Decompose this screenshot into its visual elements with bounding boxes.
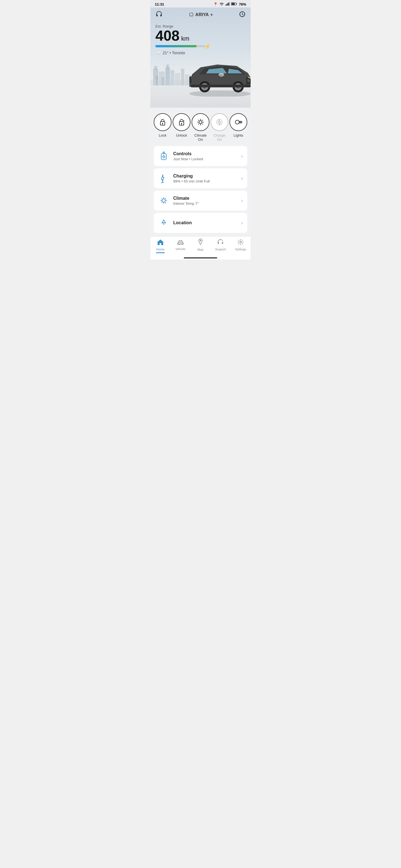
svg-point-32 — [162, 123, 163, 124]
lock-control[interactable]: Lock — [154, 113, 172, 137]
charge-control[interactable]: ChargeOn — [210, 113, 228, 142]
nav-home[interactable]: Home — [150, 239, 170, 251]
vehicle-nav-icon — [177, 239, 184, 247]
svg-rect-0 — [226, 4, 226, 6]
status-time: 11:31 — [155, 2, 164, 6]
svg-point-45 — [181, 244, 183, 245]
controls-card-text: Controls Just Now • Locked — [173, 151, 237, 161]
battery-status-icon — [231, 2, 237, 6]
svg-point-41 — [163, 156, 165, 157]
nav-home-label: Home — [156, 248, 164, 251]
charging-card-chevron: › — [241, 176, 243, 181]
lights-control[interactable]: Lights — [229, 113, 247, 137]
nav-support-label: Support — [215, 248, 226, 251]
location-status-icon: 📍 — [213, 2, 218, 6]
range-info: Est. Range 408 km ⚡ ☁️ 21° • Toronto — [155, 24, 205, 55]
bottom-nav: Home Vehicle Map Support Settings — [150, 236, 251, 256]
svg-point-44 — [178, 244, 179, 245]
svg-point-42 — [162, 199, 165, 202]
charge-circle — [210, 113, 228, 131]
svg-point-46 — [200, 240, 201, 242]
signal-status-icon — [226, 2, 229, 6]
support-nav-icon — [217, 239, 224, 247]
lightning-icon: ⚡ — [204, 43, 210, 50]
lights-circle — [229, 113, 247, 131]
svg-rect-2 — [228, 3, 229, 6]
lights-label: Lights — [234, 133, 244, 137]
location-card[interactable]: Location › — [154, 213, 247, 233]
svg-rect-10 — [154, 66, 157, 70]
weather-text: 21° • Toronto — [163, 51, 185, 55]
car-image: ARIYA — [184, 58, 251, 102]
controls-card-subtitle: Just Now • Locked — [173, 157, 237, 161]
location-card-icon — [158, 217, 169, 228]
controls-card-title: Controls — [173, 151, 237, 156]
lock-circle — [154, 113, 172, 131]
settings-nav-icon — [237, 239, 244, 247]
svg-rect-7 — [190, 13, 193, 16]
svg-point-39 — [235, 120, 239, 124]
vehicle-name: ARIYA — [195, 12, 208, 17]
range-unit: km — [181, 35, 189, 42]
svg-point-37 — [199, 121, 202, 124]
info-cards-section: Controls Just Now • Locked › Charging 99… — [150, 146, 251, 236]
location-card-text: Location — [173, 220, 237, 225]
weather-info: ☁️ 21° • Toronto — [155, 50, 205, 55]
range-bar: ⚡ — [155, 45, 205, 47]
charging-card-title: Charging — [173, 174, 237, 179]
nav-map[interactable]: Map — [191, 239, 210, 251]
svg-rect-5 — [236, 3, 237, 5]
climate-label: ClimateOn — [194, 133, 207, 142]
climate-card-text: Climate Interior Temp 7° — [173, 196, 237, 206]
nav-settings[interactable]: Settings — [231, 239, 251, 251]
range-value: 408 — [155, 28, 180, 43]
battery-percent: 76% — [239, 2, 246, 6]
climate-card-chevron: › — [241, 198, 243, 204]
controls-card-chevron: › — [241, 153, 243, 159]
climate-card-icon — [158, 195, 169, 206]
hero-section: ARIYA ▾ Est. Range 408 km ⚡ ☁️ 21° • Tor… — [150, 7, 251, 108]
charging-card-text: Charging 99% • 55 min Until Full — [173, 174, 237, 183]
climate-card[interactable]: Climate Interior Temp 7° › — [154, 191, 247, 211]
headset-icon[interactable] — [155, 11, 163, 19]
nav-map-label: Map — [197, 248, 203, 251]
nav-settings-label: Settings — [235, 248, 246, 251]
unlock-control[interactable]: Unlock — [173, 113, 191, 137]
charging-card-icon — [158, 173, 169, 184]
charging-card[interactable]: Charging 99% • 55 min Until Full › — [154, 168, 247, 188]
home-icon — [157, 239, 164, 247]
svg-rect-6 — [231, 3, 235, 5]
svg-text:ARIYA: ARIYA — [219, 74, 223, 76]
home-bar — [184, 257, 217, 258]
svg-rect-1 — [227, 4, 228, 6]
history-icon[interactable] — [239, 11, 246, 19]
nav-support[interactable]: Support — [210, 239, 231, 251]
controls-card-icon — [158, 151, 169, 162]
quick-controls: Lock Unlock ClimateOn ChargeOn — [153, 113, 248, 142]
location-card-title: Location — [173, 220, 237, 225]
location-card-chevron: › — [241, 220, 243, 226]
svg-rect-3 — [229, 2, 229, 6]
climate-circle — [192, 113, 209, 131]
nav-vehicle[interactable]: Vehicle — [170, 239, 191, 251]
cloud-icon: ☁️ — [155, 50, 161, 55]
wifi-status-icon — [220, 2, 224, 6]
vehicle-selector[interactable]: ARIYA ▾ — [189, 12, 212, 17]
climate-control[interactable]: ClimateOn — [192, 113, 209, 142]
quick-controls-section: Lock Unlock ClimateOn ChargeOn — [150, 108, 251, 146]
svg-point-47 — [240, 241, 241, 243]
range-bar-fill — [155, 45, 197, 47]
home-indicator — [150, 256, 251, 259]
hero-header: ARIYA ▾ — [150, 7, 251, 22]
dropdown-chevron-icon: ▾ — [210, 12, 212, 17]
climate-card-title: Climate — [173, 196, 237, 201]
nav-vehicle-label: Vehicle — [175, 247, 185, 251]
charging-card-subtitle: 99% • 55 min Until Full — [173, 179, 237, 183]
svg-rect-13 — [167, 65, 169, 68]
controls-card[interactable]: Controls Just Now • Locked › — [154, 146, 247, 166]
unlock-circle — [173, 113, 191, 131]
unlock-label: Unlock — [176, 133, 187, 137]
status-bar: 11:31 📍 76% — [150, 0, 251, 7]
climate-card-subtitle: Interior Temp 7° — [173, 202, 237, 206]
svg-rect-30 — [191, 85, 251, 87]
